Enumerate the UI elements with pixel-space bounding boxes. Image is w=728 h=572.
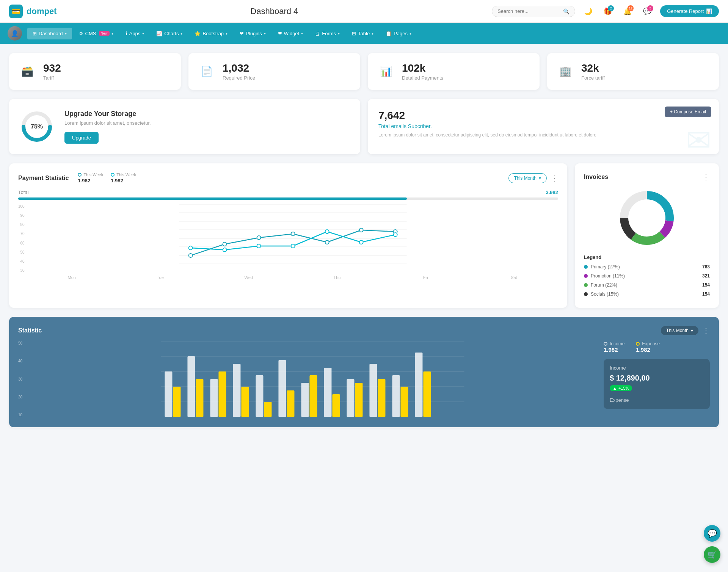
statistic-info-panel: Income 1.982 Expense 1.982 Income $ 1: [604, 341, 710, 418]
bar-chart-svg: [29, 341, 596, 417]
forum-value: 154: [702, 282, 710, 288]
svg-rect-44: [279, 360, 286, 417]
statistic-card: Statistic This Month ▾ ⋮ 50 40 30 20 10: [9, 317, 719, 427]
logo: 💳 dompet: [9, 5, 56, 18]
primary-label: Primary (27%): [591, 264, 620, 270]
chat-button[interactable]: 💬 5: [640, 5, 654, 18]
svg-point-11: [223, 242, 226, 246]
invoice-legend-primary-left: Primary (27%): [584, 264, 620, 270]
primary-dot: [584, 265, 588, 269]
nav-label-widget: Widget: [284, 31, 299, 36]
widget-icon: ❤: [278, 31, 282, 36]
nav-item-table[interactable]: ⊟ Table ▾: [347, 28, 379, 39]
svg-rect-49: [333, 394, 340, 417]
storage-info: Upgrade Your Storage Lorem ipsum dolor s…: [64, 110, 151, 144]
chart-icon: 📊: [706, 8, 712, 14]
y-10: 10: [18, 413, 22, 417]
chevron-down-icon-charts: ▾: [180, 31, 182, 36]
statistic-month-filter-button[interactable]: This Month ▾: [661, 326, 698, 335]
chevron-down-icon-widget: ▾: [301, 31, 303, 36]
nav-item-bootstrap[interactable]: ⭐ Bootstrap ▾: [189, 28, 233, 39]
invoice-legend-promotion-left: Promotion (11%): [584, 273, 625, 279]
svg-point-19: [257, 244, 260, 248]
income-amount: $ 12,890,00: [610, 374, 704, 382]
income-expense-row: Income 1.982 Expense 1.982: [604, 341, 710, 353]
svg-point-14: [325, 240, 329, 244]
promotion-dot: [584, 274, 588, 278]
invoices-header: Invoices ⋮: [584, 172, 710, 182]
invoice-legend-promotion: Promotion (11%) 321: [584, 271, 710, 281]
email-card: + Compose Email 7,642 Total emails Subcr…: [368, 99, 719, 154]
x-labels: Mon Tue Wed Thu Fri Sat: [28, 274, 558, 280]
chevron-down-icon-pages: ▾: [410, 31, 411, 36]
nav-label-cms: CMS: [85, 31, 96, 36]
total-value: 3.982: [546, 190, 558, 195]
nav-label-plugins: Plugins: [246, 31, 262, 36]
primary-value: 763: [702, 264, 710, 270]
expense-section-label: Expense: [610, 397, 704, 403]
chevron-down-icon-table: ▾: [372, 31, 373, 36]
notification-button[interactable]: 🔔 12: [621, 5, 634, 18]
nav-item-dashboard[interactable]: ⊞ Dashboard ▾: [27, 28, 72, 39]
invoices-more-button[interactable]: ⋮: [702, 172, 710, 182]
chevron-down-icon-filter: ▾: [539, 176, 541, 181]
tariff-value: 932: [43, 62, 61, 74]
search-icon: 🔍: [563, 8, 570, 14]
statistic-title: Statistic: [18, 327, 42, 334]
tariff-icon: 🗃️: [18, 63, 36, 81]
svg-point-23: [393, 233, 397, 237]
stat-card-force-tariff: 🏢 32k Force tariff: [547, 53, 719, 90]
gift-button[interactable]: 🎁 2: [601, 5, 615, 18]
invoice-legend-socials: Socials (15%) 154: [584, 290, 710, 299]
nav-item-pages[interactable]: 📋 Pages ▾: [380, 28, 417, 39]
search-input[interactable]: [497, 8, 560, 14]
search-box[interactable]: 🔍: [492, 6, 575, 17]
invoices-donut-svg: [617, 188, 677, 248]
gift-badge: 2: [608, 5, 614, 11]
y-label-70: 70: [18, 232, 25, 236]
forum-label: Forum (22%): [591, 282, 617, 288]
stat-info-force: 32k Force tariff: [581, 62, 605, 81]
y-label-100: 100: [18, 204, 25, 208]
chart-left: Payment Statistic This Week 1.982: [18, 172, 136, 183]
svg-rect-43: [264, 402, 272, 417]
moon-icon: 🌙: [584, 7, 592, 16]
invoices-card: Invoices ⋮ Leg: [575, 163, 719, 308]
nav-label-bootstrap: Bootstrap: [202, 31, 224, 36]
stat-card-required-price: 📄 1,032 Required Price: [188, 53, 360, 90]
upgrade-button[interactable]: Upgrade: [64, 132, 99, 144]
chevron-down-icon-bootstrap: ▾: [226, 31, 228, 36]
expense-label: Expense: [636, 341, 660, 346]
storage-title: Upgrade Your Storage: [64, 110, 151, 118]
statistic-month-label: This Month: [666, 328, 689, 333]
y-40: 40: [18, 359, 22, 363]
nav-item-cms[interactable]: ⚙ CMS New ▾: [74, 28, 119, 39]
promotion-label: Promotion (11%): [591, 273, 625, 279]
nav-item-forms[interactable]: 🖨 Forms ▾: [310, 28, 345, 39]
svg-rect-39: [219, 371, 226, 417]
legend-dot-teal: [78, 173, 82, 177]
svg-rect-45: [287, 390, 295, 417]
invoices-title: Invoices: [584, 174, 608, 180]
invoices-donut-container: [584, 188, 710, 248]
statistic-more-button[interactable]: ⋮: [702, 326, 710, 335]
nav-item-widget[interactable]: ❤ Widget ▾: [273, 28, 308, 39]
y-axis: 100 90 80 70 60 50 40 30: [18, 204, 28, 273]
svg-rect-34: [165, 371, 173, 417]
invoice-legend: Legend Primary (27%) 763 Promotion (11%)…: [584, 254, 710, 299]
nav-item-charts[interactable]: 📈 Charts ▾: [151, 28, 188, 39]
nav-item-plugins[interactable]: ❤ Plugins ▾: [234, 28, 271, 39]
plugins-icon: ❤: [240, 31, 244, 36]
theme-toggle[interactable]: 🌙: [581, 5, 595, 18]
compose-email-button[interactable]: + Compose Email: [665, 107, 711, 117]
promotion-value: 321: [702, 273, 710, 279]
payment-progress-fill: [18, 197, 407, 200]
nav-item-apps[interactable]: ℹ Apps ▾: [120, 28, 150, 39]
svg-point-10: [188, 254, 192, 257]
this-month-filter-button[interactable]: This Month ▾: [508, 173, 547, 183]
generate-report-button[interactable]: Generate Report 📊: [660, 5, 719, 17]
legend-val-0: 1.982: [78, 178, 103, 183]
chart-controls: This Month ▾ ⋮: [508, 173, 558, 183]
svg-rect-53: [378, 379, 386, 417]
more-options-button[interactable]: ⋮: [551, 174, 558, 183]
